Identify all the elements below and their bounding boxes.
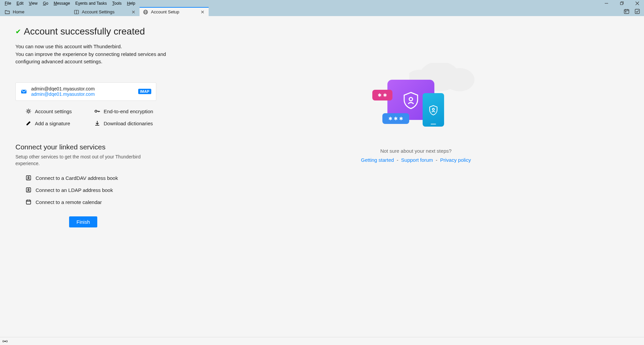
- statusbar: [0, 337, 644, 345]
- svg-line-22: [30, 112, 30, 113]
- globe-icon: [143, 9, 148, 15]
- calendar-icon: [25, 199, 32, 205]
- tab-label: Account Setup: [151, 9, 197, 14]
- page-title: Account successfully created: [24, 26, 145, 37]
- tab-label: Account Settings: [82, 9, 128, 14]
- finish-button[interactable]: Finish: [69, 216, 97, 227]
- connect-calendar-link[interactable]: Connect to a remote calendar: [25, 199, 176, 205]
- gear-icon: [25, 108, 32, 114]
- next-steps-hint: Not sure about your next steps?: [203, 148, 629, 154]
- tab-close-button[interactable]: ✕: [200, 9, 205, 15]
- tab-home[interactable]: Home: [1, 7, 70, 16]
- key-icon: [94, 108, 100, 114]
- window-controls: [602, 0, 642, 6]
- folder-icon: [5, 9, 10, 15]
- download-icon: [94, 120, 100, 126]
- privacy-policy-link[interactable]: Privacy policy: [440, 157, 471, 163]
- pencil-icon: [25, 120, 32, 126]
- tasks-toolbar-button[interactable]: [634, 8, 641, 15]
- svg-point-41: [4, 341, 6, 342]
- connect-ldap-link[interactable]: Connect to an LDAP address book: [25, 187, 176, 193]
- help-links: Getting started - Support forum - Privac…: [203, 157, 629, 163]
- account-name: admin@dqe01.myasustor.com: [31, 86, 134, 92]
- menu-view[interactable]: View: [26, 0, 40, 6]
- menu-tools[interactable]: Tools: [109, 0, 124, 6]
- svg-point-40: [432, 108, 434, 110]
- svg-point-34: [28, 189, 29, 190]
- tab-account-setup[interactable]: Account Setup ✕: [140, 7, 209, 16]
- menu-message[interactable]: Message: [51, 0, 73, 6]
- window-maximize-button[interactable]: [617, 0, 627, 6]
- tab-account-settings[interactable]: Account Settings ✕: [70, 7, 140, 16]
- menu-events-tasks[interactable]: Events and Tasks: [73, 0, 110, 6]
- download-dictionaries-link[interactable]: Download dictionaries: [94, 120, 156, 126]
- content-area: ✔ Account successfully created You can n…: [0, 16, 644, 337]
- linked-services-subtitle: Setup other services to get the most out…: [15, 154, 143, 167]
- protocol-badge: IMAP: [138, 89, 152, 94]
- svg-point-16: [28, 110, 30, 112]
- svg-rect-14: [635, 9, 640, 13]
- svg-point-39: [409, 97, 413, 101]
- intro-text: You can now use this account with Thunde…: [15, 43, 176, 66]
- calendar-toolbar-button[interactable]: [623, 8, 630, 15]
- getting-started-link[interactable]: Getting started: [361, 157, 394, 163]
- menu-file[interactable]: File: [2, 0, 14, 6]
- illustration: ✱✱ ✱✱✱: [366, 70, 466, 137]
- tabbar: Home Account Settings ✕ Account Setup ✕: [0, 6, 644, 16]
- add-signature-link[interactable]: Add a signature: [25, 120, 88, 126]
- account-settings-link[interactable]: Account settings: [25, 108, 88, 114]
- mail-icon: [20, 88, 27, 95]
- window-minimize-button[interactable]: [602, 0, 611, 6]
- svg-rect-1: [621, 2, 623, 5]
- svg-rect-35: [26, 200, 31, 204]
- menu-edit[interactable]: Edit: [14, 0, 26, 6]
- svg-line-23: [27, 112, 28, 113]
- tab-label: Home: [13, 9, 67, 14]
- menubar: File Edit View Go Message Events and Tas…: [0, 0, 644, 6]
- support-forum-link[interactable]: Support forum: [401, 157, 433, 163]
- svg-point-32: [28, 177, 29, 178]
- svg-line-21: [27, 110, 28, 110]
- connect-carddav-link[interactable]: Connect to a CardDAV address book: [25, 175, 176, 181]
- activity-icon[interactable]: [2, 338, 8, 344]
- svg-line-24: [30, 110, 30, 110]
- svg-point-25: [95, 110, 97, 112]
- svg-rect-9: [624, 9, 629, 13]
- menu-help[interactable]: Help: [124, 0, 138, 6]
- book-icon: [74, 9, 79, 15]
- linked-services-title: Connect your linked services: [15, 143, 176, 151]
- addressbook-icon: [25, 175, 32, 181]
- svg-rect-13: [625, 11, 626, 12]
- account-email[interactable]: admin@dqe01.myasustor.com: [31, 91, 134, 97]
- e2e-encryption-link[interactable]: End-to-end encryption: [94, 108, 156, 114]
- account-card: admin@dqe01.myasustor.com admin@dqe01.my…: [15, 82, 156, 101]
- tab-close-button[interactable]: ✕: [131, 9, 136, 15]
- menu-go[interactable]: Go: [40, 0, 51, 6]
- window-close-button[interactable]: [633, 0, 642, 6]
- addressbook-icon: [25, 187, 32, 193]
- check-icon: ✔: [15, 27, 21, 36]
